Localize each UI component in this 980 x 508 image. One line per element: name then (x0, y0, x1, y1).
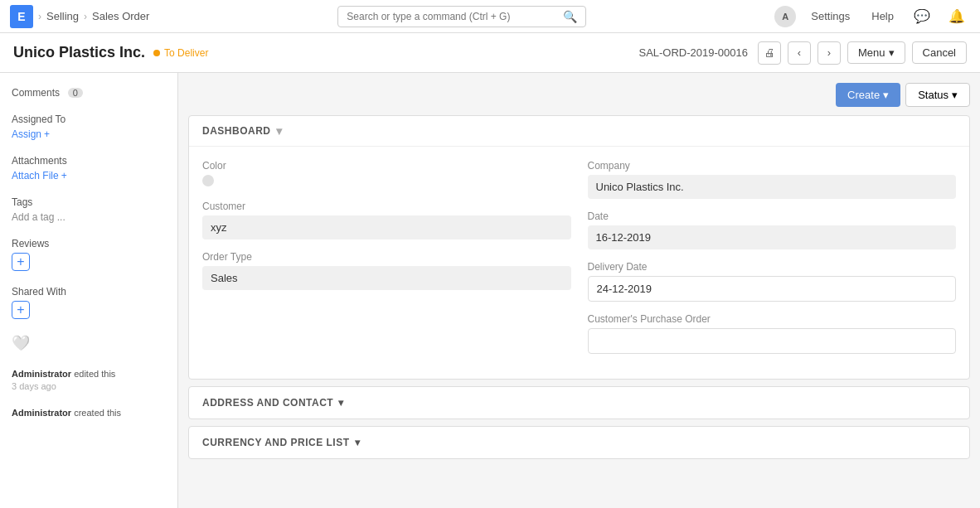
currency-section-header[interactable]: CURRENCY AND PRICE LIST ▾ (189, 427, 969, 458)
activity-2: Administrator created this (12, 406, 166, 420)
sidebar-assigned-to: Assigned To Assign + (12, 114, 166, 140)
form-row-1: Color Customer Order Type (202, 160, 956, 365)
purchase-order-input[interactable] (588, 328, 957, 354)
delivery-date-group: Delivery Date (588, 261, 957, 302)
attach-file-action[interactable]: Attach File + (12, 170, 166, 181)
topbar: E › Selling › Sales Order 🔍 A Settings H… (0, 0, 980, 33)
search-icon: 🔍 (563, 10, 577, 23)
status-dot (153, 50, 160, 56)
search-input[interactable] (347, 11, 558, 22)
toolbar: Create ▾ Status ▾ (188, 83, 970, 107)
assign-plus-icon: + (44, 128, 50, 140)
address-section-label: ADDRESS AND CONTACT (202, 397, 333, 409)
status-text: To Deliver (164, 47, 208, 59)
shared-with-label: Shared With (12, 286, 166, 298)
comments-label: Comments (12, 87, 60, 99)
company-label: Company (588, 160, 957, 172)
delivery-date-label: Delivery Date (588, 261, 957, 273)
breadcrumb-sales-order[interactable]: Sales Order (92, 10, 149, 22)
sidebar-reviews: Reviews + (12, 238, 166, 271)
sidebar: Comments 0 Assigned To Assign + Attachme… (0, 73, 178, 508)
attachments-label: Attachments (12, 155, 166, 167)
breadcrumb-sep-2: › (84, 11, 87, 22)
sidebar-tags: Tags Add a tag ... (12, 196, 166, 223)
comments-count: 0 (68, 88, 83, 98)
print-button[interactable]: 🖨 (758, 41, 781, 65)
address-section-header[interactable]: ADDRESS AND CONTACT ▾ (189, 387, 969, 418)
main-content: Create ▾ Status ▾ DASHBOARD ▾ Color (178, 73, 980, 508)
color-swatch[interactable] (202, 175, 214, 186)
activity-1-action: edited this (74, 369, 115, 379)
purchase-order-label: Customer's Purchase Order (588, 313, 957, 325)
page-header-left: Unico Plastics Inc. To Deliver (13, 44, 208, 61)
customer-input[interactable] (202, 215, 571, 239)
status-badge: To Deliver (153, 47, 208, 59)
form-right-col: Company Date Delivery Date Customer (588, 160, 957, 365)
page-title: Unico Plastics Inc. (13, 44, 145, 61)
sidebar-attachments: Attachments Attach File + (12, 155, 166, 181)
cancel-button[interactable]: Cancel (912, 41, 967, 64)
order-type-input[interactable] (202, 266, 571, 290)
menu-button[interactable]: Menu ▾ (847, 41, 905, 64)
company-input[interactable] (588, 175, 957, 199)
sidebar-activity-2: Administrator created this (12, 406, 166, 420)
status-button[interactable]: Status ▾ (905, 83, 970, 107)
company-group: Company (588, 160, 957, 199)
settings-button[interactable]: Settings (804, 7, 856, 26)
activity-1-user: Administrator (12, 369, 71, 379)
dashboard-section-header[interactable]: DASHBOARD ▾ (189, 116, 969, 147)
dashboard-form-card: DASHBOARD ▾ Color Customer (188, 115, 970, 380)
dashboard-chevron-icon: ▾ (276, 124, 283, 138)
help-button[interactable]: Help (865, 7, 900, 26)
customer-group: Customer (202, 201, 571, 239)
create-button[interactable]: Create ▾ (836, 83, 900, 107)
purchase-order-group: Customer's Purchase Order (588, 313, 957, 354)
breadcrumb-selling[interactable]: Selling (46, 10, 79, 22)
bell-icon[interactable]: 🔔 (944, 5, 970, 27)
date-input[interactable] (588, 225, 957, 249)
create-button-label: Create (847, 89, 880, 101)
assign-label: Assign (12, 128, 41, 140)
sidebar-activity: Administrator edited this 3 days ago (12, 367, 166, 391)
chat-icon[interactable]: 💬 (909, 5, 935, 27)
heart-icon[interactable]: 🤍 (12, 334, 166, 352)
page-header: Unico Plastics Inc. To Deliver SAL-ORD-2… (0, 33, 980, 73)
form-left-col: Color Customer Order Type (202, 160, 571, 365)
sidebar-shared-with: Shared With + (12, 286, 166, 319)
app-icon[interactable]: E (10, 5, 33, 28)
status-chevron-icon: ▾ (952, 89, 958, 101)
reviews-add-container: + (12, 253, 166, 271)
attach-plus-icon: + (61, 170, 67, 181)
main-layout: Comments 0 Assigned To Assign + Attachme… (0, 73, 980, 508)
address-section-card: ADDRESS AND CONTACT ▾ (188, 386, 970, 419)
activity-2-user: Administrator (12, 408, 71, 418)
date-group: Date (588, 210, 957, 249)
add-tag-action[interactable]: Add a tag ... (12, 211, 166, 223)
activity-1-time: 3 days ago (12, 381, 166, 391)
topbar-left: E › Selling › Sales Order (10, 5, 149, 28)
page-header-right: SAL-ORD-2019-00016 🖨 ‹ › Menu ▾ Cancel (638, 41, 967, 65)
activity-1: Administrator edited this (12, 367, 166, 381)
next-button[interactable]: › (817, 41, 841, 65)
shared-with-add-button[interactable]: + (12, 301, 30, 319)
status-button-label: Status (918, 89, 948, 101)
currency-section-label: CURRENCY AND PRICE LIST (202, 437, 350, 448)
menu-button-label: Menu (858, 46, 885, 59)
sidebar-heart: 🤍 (12, 334, 166, 352)
color-group: Color (202, 160, 571, 189)
reviews-add-button[interactable]: + (12, 253, 30, 271)
order-id: SAL-ORD-2019-00016 (638, 46, 748, 59)
delivery-date-input[interactable] (588, 276, 957, 302)
search-area: 🔍 (149, 6, 774, 27)
form-body: Color Customer Order Type (189, 147, 969, 379)
search-bar[interactable]: 🔍 (337, 6, 586, 27)
prev-button[interactable]: ‹ (788, 41, 811, 65)
avatar[interactable]: A (774, 6, 796, 27)
attach-file-label: Attach File (12, 170, 59, 181)
currency-section-card: CURRENCY AND PRICE LIST ▾ (188, 426, 970, 459)
address-chevron-icon: ▾ (338, 397, 344, 409)
assign-action[interactable]: Assign + (12, 128, 166, 140)
order-type-group: Order Type (202, 251, 571, 290)
tags-label: Tags (12, 196, 166, 208)
sidebar-comments: Comments 0 (12, 86, 166, 99)
